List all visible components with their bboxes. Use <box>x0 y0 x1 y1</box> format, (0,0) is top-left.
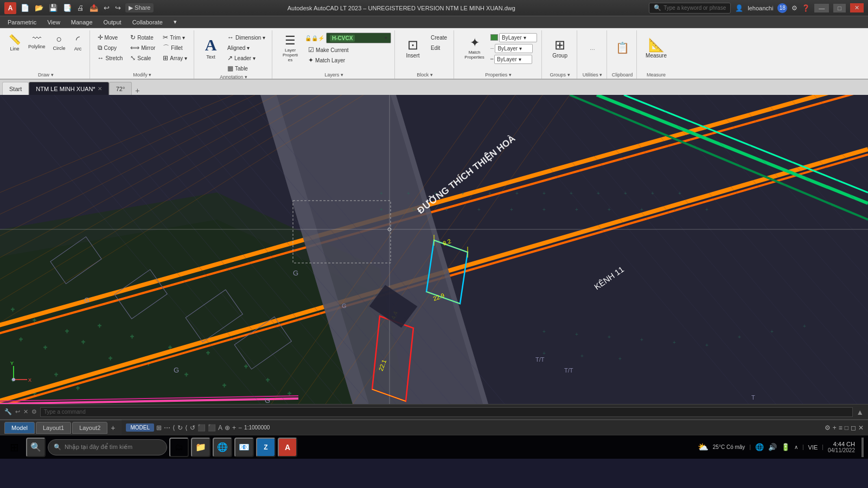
polar-icon[interactable]: ↻ <box>177 424 183 432</box>
clock[interactable]: 4:44 CH 04/11/2022 <box>828 441 855 453</box>
start-button[interactable]: ⊞ <box>4 438 24 457</box>
menu-more[interactable]: ▾ <box>168 17 182 27</box>
utilities-group-label[interactable]: Utilities ▾ <box>582 72 603 78</box>
model-badge[interactable]: MODEL <box>126 423 154 432</box>
block-group-label[interactable]: Block ▾ <box>399 72 450 78</box>
help-icon[interactable]: ❓ <box>802 4 810 12</box>
browser-button[interactable]: 🌐 <box>213 438 232 457</box>
annotation-group-label[interactable]: Annotation ▾ <box>199 74 269 80</box>
close-button[interactable]: ✕ <box>850 3 864 12</box>
groups-group-label[interactable]: Groups ▾ <box>546 72 573 78</box>
zoom-out-icon[interactable]: − <box>238 424 242 432</box>
mail-button[interactable]: 📧 <box>234 438 254 457</box>
search-box[interactable]: 🔍 Type a keyword or phrase <box>649 3 731 14</box>
menu-manage[interactable]: Manage <box>66 18 98 27</box>
linetype-dropdown[interactable]: ByLayer ▾ <box>495 44 533 53</box>
insert-button[interactable]: ⊡ Insert <box>399 31 426 65</box>
otrack-icon[interactable]: ↺ <box>190 424 195 432</box>
customization-icon[interactable]: ≡ <box>839 424 843 432</box>
tab-add-button[interactable]: + <box>132 86 143 95</box>
layer-dropdown[interactable]: H-CVCX ▾ <box>326 33 391 43</box>
tmodel-icon[interactable]: ⬛ <box>208 424 216 432</box>
draw-group-label[interactable]: Draw ▾ <box>5 72 86 78</box>
status-icon-x[interactable]: ✕ <box>23 408 28 415</box>
full-screen-icon[interactable]: □ <box>845 424 848 432</box>
open-icon[interactable]: 📂 <box>34 4 44 12</box>
network-icon[interactable]: 🌐 <box>755 443 764 451</box>
snap-icon[interactable]: ⋯ <box>164 424 170 432</box>
polyline-button[interactable]: 〰 Polyline <box>25 31 49 52</box>
menu-collaborate[interactable]: Collaborate <box>127 18 168 27</box>
publish-icon[interactable]: 📤 <box>88 4 99 12</box>
copy-button[interactable]: ⧉ Copy <box>94 43 126 53</box>
layout-tab-layout1[interactable]: Layout1 <box>36 422 71 434</box>
volume-icon[interactable]: 🔊 <box>768 443 777 451</box>
minimize-button[interactable]: — <box>814 4 829 12</box>
lwt-icon[interactable]: ⬛ <box>197 424 206 432</box>
line-button[interactable]: 📏 Line <box>5 31 24 54</box>
save-icon[interactable]: 💾 <box>48 4 59 12</box>
tab-72[interactable]: 72° <box>109 82 132 95</box>
canvas-area[interactable]: + ++ ++ ++ ++ ++ ++ ++ ++ ++ ++ + <box>0 95 868 404</box>
make-current-button[interactable]: ☑ Make Current <box>305 45 391 55</box>
measure-button[interactable]: 📐 Measure <box>641 31 671 65</box>
create-button[interactable]: Create <box>427 33 450 42</box>
rotate-button[interactable]: ↻ Rotate <box>127 33 158 42</box>
settings-icon[interactable]: ⚙ <box>792 4 797 12</box>
autocad-button[interactable]: A <box>278 438 297 457</box>
ortho-icon[interactable]: ⟨ <box>173 424 175 432</box>
properties-group-label[interactable]: Properties ▾ <box>458 72 538 78</box>
menu-parametric[interactable]: Parametric <box>2 18 42 27</box>
grid-icon[interactable]: ⊞ <box>156 424 162 432</box>
edit-button[interactable]: Edit <box>427 43 450 53</box>
color-dropdown[interactable]: ByLayer ▾ <box>499 33 537 42</box>
command-input[interactable]: Type a command <box>40 407 853 417</box>
stretch-button[interactable]: ↔ Stretch <box>94 53 126 63</box>
scale-button[interactable]: ⤡ Scale <box>127 53 158 63</box>
redo-icon[interactable]: ↪ <box>114 4 122 12</box>
aligned-button[interactable]: Aligned ▾ <box>224 43 269 53</box>
show-desktop-icon[interactable] <box>861 438 864 457</box>
text-button[interactable]: A Text <box>199 31 223 65</box>
move-button[interactable]: ✛ Move <box>94 33 126 42</box>
layout-add-button[interactable]: + <box>108 423 117 432</box>
circle-button[interactable]: ○ Circle <box>50 31 69 53</box>
zoom-in-icon[interactable]: + <box>232 424 236 432</box>
print-icon[interactable]: 🖨 <box>76 4 85 12</box>
status-icon-1[interactable]: 🔧 <box>4 408 12 415</box>
tab-start[interactable]: Start <box>2 82 29 95</box>
zalo-button[interactable]: Z <box>256 438 276 457</box>
saveall-icon[interactable]: 📑 <box>62 4 73 12</box>
close-btn-bottom[interactable]: ✕ <box>858 424 864 432</box>
modify-group-label[interactable]: Modify ▾ <box>94 72 190 78</box>
settings-icon-bottom[interactable]: ⚙ <box>825 424 831 432</box>
scroll-up-icon[interactable]: ▲ <box>856 408 864 416</box>
taskview-button[interactable]: 🗂 <box>169 438 189 457</box>
match-properties-button[interactable]: ✦ Match Properties <box>459 31 489 65</box>
new-icon[interactable]: 📄 <box>20 4 30 12</box>
table-button[interactable]: ▦ Table <box>224 63 269 73</box>
lineweight-dropdown[interactable]: ByLayer ▾ <box>494 55 532 64</box>
menu-view[interactable]: View <box>42 18 66 27</box>
taskbar-search[interactable]: 🔍 Nhập tại đây để tìm kiếm <box>48 439 167 455</box>
tab-drawing-close[interactable]: ✕ <box>98 86 102 92</box>
restore-icon[interactable]: ◻ <box>851 424 856 432</box>
status-icon-2[interactable]: ↩ <box>15 408 20 415</box>
undo-icon[interactable]: ↩ <box>103 4 111 12</box>
group-button[interactable]: ⊞ Group <box>546 31 573 65</box>
share-icon-btn[interactable]: ▶ Share <box>125 3 154 12</box>
match-layer-button[interactable]: ✦ Match Layer <box>305 55 391 65</box>
status-icon-gear[interactable]: ⚙ <box>31 408 37 415</box>
fillet-button[interactable]: ⌒ Fillet <box>159 43 190 53</box>
dimension-button[interactable]: ↔ Dimension ▾ <box>224 33 269 42</box>
workspace-icon[interactable]: ⊕ <box>225 424 230 432</box>
leader-button[interactable]: ↗ Leader ▾ <box>224 53 269 63</box>
layer-properties-button[interactable]: ☰ Layer Properties <box>277 31 304 65</box>
tab-drawing[interactable]: NTM LE MINH XUAN* ✕ <box>29 82 108 95</box>
menu-output[interactable]: Output <box>98 18 127 27</box>
layers-group-label[interactable]: Layers ▾ <box>277 72 391 78</box>
array-button[interactable]: ⊞ Array ▾ <box>159 53 190 63</box>
zoom-add-icon[interactable]: + <box>833 424 837 432</box>
search-taskbar-button[interactable]: 🔍 <box>26 438 46 457</box>
expand-tray-icon[interactable]: ∧ <box>794 444 798 450</box>
